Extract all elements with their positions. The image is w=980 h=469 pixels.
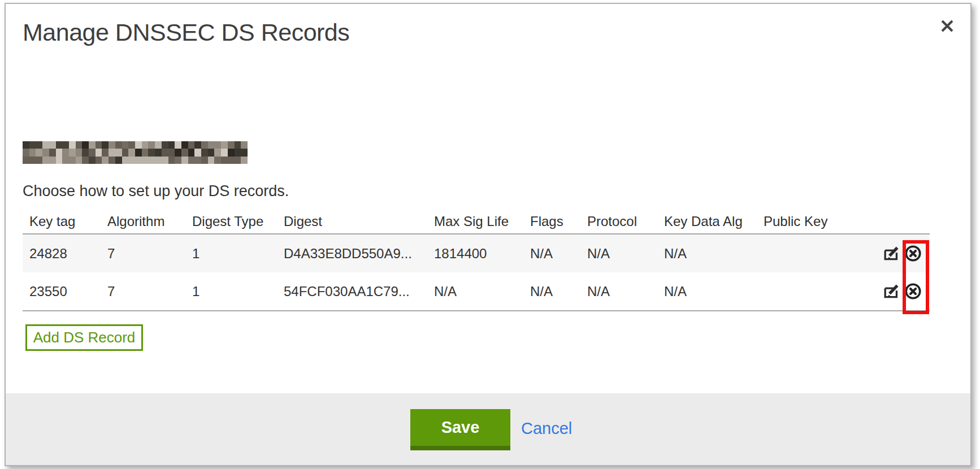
column-header-key-data-alg: Key Data Alg: [657, 214, 757, 229]
edit-record-button[interactable]: [883, 283, 900, 300]
table-row: 24828 7 1 D4A33E8DD550A9... 1814400 N/A …: [23, 234, 930, 272]
cell-digest-type: 1: [185, 284, 277, 299]
cell-protocol: N/A: [580, 284, 657, 299]
circle-x-icon: [904, 245, 922, 262]
edit-pencil-icon: [883, 245, 900, 262]
close-button[interactable]: [940, 19, 955, 33]
column-header-protocol: Protocol: [580, 214, 657, 229]
cell-digest: D4A33E8DD550A9...: [277, 246, 427, 262]
ds-records-table: Key tag Algorithm Digest Type Digest Max…: [23, 210, 930, 311]
cell-key-tag: 24828: [23, 246, 101, 262]
dialog-footer: Save Cancel: [6, 393, 970, 465]
save-button[interactable]: Save: [410, 409, 510, 450]
cell-algorithm: 7: [101, 246, 185, 262]
add-ds-record-button[interactable]: Add DS Record: [25, 324, 143, 351]
cell-max-sig-life: 1814400: [427, 246, 523, 262]
table-header-row: Key tag Algorithm Digest Type Digest Max…: [23, 210, 930, 234]
table-row: 23550 7 1 54FCF030AA1C79... N/A N/A N/A …: [23, 272, 930, 310]
cell-protocol: N/A: [580, 246, 657, 262]
column-header-algorithm: Algorithm: [101, 214, 185, 229]
column-header-key-tag: Key tag: [23, 214, 101, 229]
redacted-domain-name: [23, 141, 248, 164]
dialog-title: Manage DNSSEC DS Records: [23, 19, 349, 46]
cell-algorithm: 7: [101, 284, 185, 299]
cell-flags: N/A: [523, 284, 580, 299]
cell-digest-type: 1: [185, 246, 277, 262]
cancel-link[interactable]: Cancel: [521, 419, 572, 438]
delete-record-button[interactable]: [904, 245, 922, 262]
column-header-digest: Digest: [277, 214, 427, 229]
cell-key-tag: 23550: [23, 284, 101, 299]
dns-records-dialog: Manage DNSSEC DS Records Choose how to s…: [5, 3, 972, 466]
column-header-flags: Flags: [523, 214, 580, 229]
close-icon: [940, 19, 955, 33]
cell-key-data-alg: N/A: [657, 284, 757, 299]
edit-record-button[interactable]: [883, 245, 900, 262]
cell-max-sig-life: N/A: [427, 284, 523, 299]
edit-pencil-icon: [883, 283, 900, 300]
column-header-max-sig-life: Max Sig Life: [427, 214, 523, 229]
delete-record-button[interactable]: [904, 283, 922, 300]
column-header-digest-type: Digest Type: [185, 214, 277, 229]
cell-key-data-alg: N/A: [657, 246, 757, 262]
column-header-public-key: Public Key: [757, 214, 878, 229]
cell-digest: 54FCF030AA1C79...: [277, 284, 427, 299]
intro-text: Choose how to set up your DS records.: [23, 183, 289, 200]
circle-x-icon: [904, 283, 922, 300]
cell-flags: N/A: [523, 246, 580, 262]
